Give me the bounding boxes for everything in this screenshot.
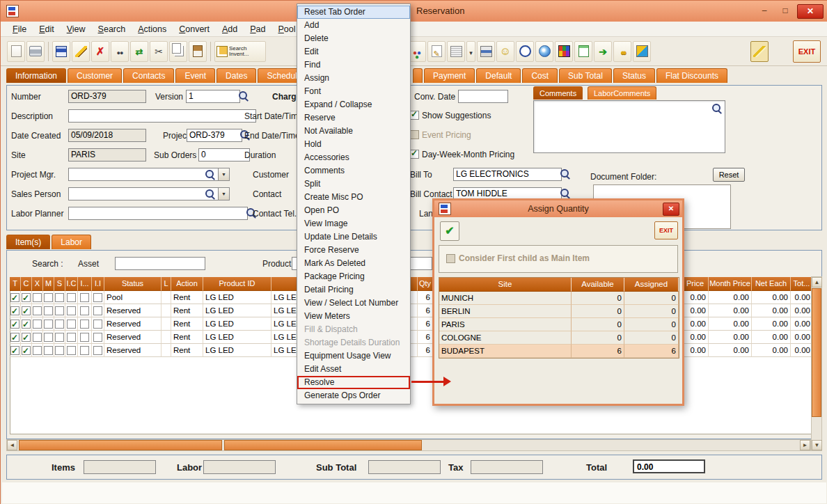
ctx-edit-asset[interactable]: Edit Asset — [297, 363, 410, 376]
row-checkbox[interactable] — [80, 333, 89, 342]
project-mgr-combo[interactable] — [68, 168, 230, 181]
column-header-t[interactable]: T — [10, 277, 21, 291]
ctx-fill-dispatch[interactable]: Fill & Dispatch — [297, 323, 410, 336]
project-field[interactable]: ORD-379 — [187, 129, 242, 142]
ctx-view-select-lot-number[interactable]: View / Select Lot Number — [297, 297, 410, 310]
feedback-smiley-button[interactable] — [496, 41, 514, 62]
magic-wand-button[interactable] — [750, 41, 769, 62]
cut-button[interactable] — [150, 41, 168, 62]
delete-button[interactable] — [91, 41, 109, 62]
asset-search-input[interactable] — [115, 257, 205, 270]
dialog-table-row-cologne[interactable]: COLOGNE00 — [439, 331, 679, 345]
column-header-i-i[interactable]: I.I — [92, 277, 104, 291]
row-checkbox[interactable] — [10, 333, 19, 342]
reset-button[interactable]: Reset — [713, 168, 745, 182]
scroll-down-icon[interactable] — [812, 440, 822, 450]
column-header-month-price[interactable]: Month Price — [709, 277, 752, 291]
new-document-button[interactable] — [7, 41, 25, 62]
event-pricing-checkbox[interactable] — [410, 130, 419, 139]
menu-search[interactable]: Search — [92, 22, 132, 37]
number-field[interactable]: ORD-379 — [68, 90, 146, 103]
row-checkbox[interactable] — [44, 306, 53, 315]
tab-event[interactable]: Event — [175, 68, 215, 83]
project-mgr-dropdown-icon[interactable] — [218, 168, 230, 181]
dialog-column-header-available[interactable]: Available — [572, 278, 624, 292]
conv-date-field[interactable] — [458, 90, 508, 103]
row-checkbox[interactable] — [67, 333, 76, 342]
scroll-left-icon[interactable] — [7, 440, 17, 450]
column-header-tot[interactable]: Tot... — [791, 277, 813, 291]
dialog-column-header-assigned[interactable]: Assigned — [624, 278, 679, 292]
row-checkbox[interactable] — [93, 293, 102, 302]
tab-comments[interactable]: Comments — [533, 86, 583, 100]
tab-status[interactable]: Status — [613, 68, 655, 83]
cards-dropdown-button[interactable] — [466, 41, 475, 62]
consider-first-child-checkbox[interactable] — [446, 254, 455, 263]
column-header-x[interactable]: X — [32, 277, 43, 291]
tab-labor-comments[interactable]: LaborComments — [588, 86, 656, 100]
ctx-view-image[interactable]: View Image — [297, 217, 410, 230]
tab-payment[interactable]: Payment — [424, 68, 475, 83]
ctx-mark-as-deleted[interactable]: Mark As Deleted — [297, 257, 410, 270]
print-button[interactable] — [26, 41, 45, 62]
column-header-qty[interactable]: Qty — [418, 277, 433, 291]
row-checkbox[interactable] — [93, 320, 102, 329]
table-row[interactable]: ReservedRentLG LEDLG LED60.000.000.000.0… — [10, 304, 813, 317]
menu-edit[interactable]: Edit — [33, 22, 61, 37]
forward-button[interactable] — [594, 41, 612, 62]
labor-planner-field[interactable] — [68, 207, 248, 220]
row-checkbox[interactable] — [67, 346, 76, 355]
table-row[interactable]: ReservedRentLG LEDLG LED60.000.000.000.0… — [10, 317, 813, 331]
row-checkbox[interactable] — [22, 346, 31, 355]
ctx-create-misc-po[interactable]: Create Misc PO — [297, 191, 410, 204]
ctx-open-po[interactable]: Open PO — [297, 204, 410, 217]
tab-cost[interactable]: Cost — [522, 68, 558, 83]
sales-person-combo[interactable] — [68, 187, 230, 200]
column-header-i[interactable]: I... — [78, 277, 92, 291]
row-checkbox[interactable] — [55, 306, 64, 315]
menu-actions[interactable]: Actions — [132, 22, 173, 37]
ctx-add[interactable]: Add — [297, 19, 410, 32]
site-field[interactable]: PARIS — [68, 148, 146, 162]
ctx-detail-pricing[interactable]: Detail Pricing — [297, 283, 410, 297]
menu-add[interactable]: Add — [216, 22, 244, 37]
row-checkbox[interactable] — [33, 293, 42, 302]
row-checkbox[interactable] — [55, 346, 64, 355]
sales-person-search-icon[interactable] — [205, 189, 215, 199]
row-checkbox[interactable] — [33, 333, 42, 342]
tab-default[interactable]: Default — [476, 68, 521, 83]
dialog-table-row-munich[interactable]: MUNICH00 — [439, 292, 679, 305]
row-checkbox[interactable] — [80, 306, 89, 315]
date-created-field[interactable]: 05/09/2018 — [68, 129, 146, 142]
dialog-exit-button[interactable]: EXIT — [654, 221, 678, 239]
ctx-find[interactable]: Find — [297, 58, 410, 72]
scroll-right-icon[interactable] — [800, 440, 810, 450]
ctx-split[interactable]: Split — [297, 178, 410, 191]
row-checkbox[interactable] — [33, 320, 42, 329]
row-checkbox[interactable] — [10, 320, 19, 329]
project-mgr-search-icon[interactable] — [205, 169, 215, 180]
dialog-table-row-berlin[interactable]: BERLIN00 — [439, 305, 679, 318]
time-clock-button[interactable] — [516, 41, 534, 62]
ctx-equipment-usage-view[interactable]: Equipment Usage View — [297, 349, 410, 363]
tab-contacts[interactable]: Contacts — [123, 68, 174, 83]
ctx-comments[interactable]: Comments — [297, 164, 410, 178]
report-button[interactable] — [477, 41, 495, 62]
row-checkbox[interactable] — [55, 333, 64, 342]
disk-button[interactable] — [535, 41, 553, 62]
convert-document-button[interactable] — [130, 41, 148, 62]
payments-coins-button[interactable] — [613, 41, 631, 62]
ctx-update-line-details[interactable]: Update Line Details — [297, 230, 410, 244]
write-pad-button[interactable] — [574, 41, 592, 62]
row-checkbox[interactable] — [44, 293, 53, 302]
ctx-generate-ops-order[interactable]: Generate Ops Order — [297, 389, 410, 402]
menu-view[interactable]: View — [61, 22, 92, 37]
cards-button[interactable] — [447, 41, 465, 62]
table-row[interactable]: ReservedRentLG LEDLG LED60.000.000.000.0… — [10, 344, 813, 357]
tab-labor[interactable]: Labor — [52, 235, 91, 249]
row-checkbox[interactable] — [44, 333, 53, 342]
sales-person-dropdown-icon[interactable] — [218, 187, 230, 200]
bill-contact-search-icon[interactable] — [560, 188, 570, 198]
column-header-price[interactable]: Price — [682, 277, 709, 291]
column-header-action[interactable]: Action — [171, 277, 203, 291]
